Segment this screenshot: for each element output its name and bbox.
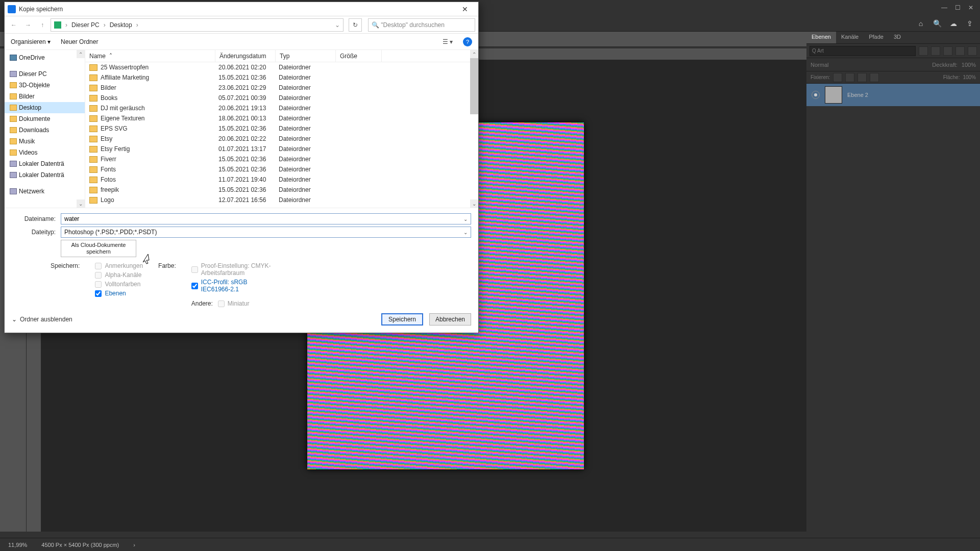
column-date[interactable]: Änderungsdatum — [215, 50, 276, 62]
filter-smart-icon[interactable] — [968, 46, 977, 56]
fill-value[interactable]: 100% — [963, 74, 976, 80]
refresh-button[interactable]: ↻ — [349, 18, 362, 32]
dialog-close-button[interactable]: ✕ — [455, 3, 475, 16]
save-to-cloud-button[interactable]: Als Cloud-Dokumente speichern — [61, 240, 136, 257]
share-icon[interactable]: ⇪ — [965, 18, 975, 29]
sidebar-videos[interactable]: Videos — [5, 147, 85, 158]
column-size[interactable]: Größe — [336, 50, 382, 62]
blend-mode-select[interactable]: Normal — [811, 62, 828, 68]
sidebar-documents[interactable]: Dokumente — [5, 113, 85, 124]
file-list[interactable]: 25 Wassertropfen20.06.2021 02:20Dateiord… — [85, 62, 478, 208]
filetype-select[interactable]: Photoshop (*.PSD;*.PDD;*.PSDT) ⌄ — [61, 227, 471, 238]
scroll-down-button[interactable]: ⌄ — [470, 199, 478, 208]
cloud-icon[interactable]: ☁ — [948, 18, 959, 29]
chevron-right-icon[interactable]: › — [136, 21, 138, 29]
filter-adjust-icon[interactable] — [931, 46, 940, 56]
sidebar-network[interactable]: Netzwerk — [5, 186, 85, 197]
table-row[interactable]: Books05.07.2021 00:39Dateiordner — [85, 93, 478, 103]
column-type[interactable]: Typ — [276, 50, 336, 62]
opacity-value[interactable]: 100% — [962, 62, 976, 68]
save-options: Speichern: Anmerkungen Alpha-Kanäle Voll… — [5, 259, 478, 308]
table-row[interactable]: Affiliate Marketing15.05.2021 02:36Datei… — [85, 72, 478, 83]
lock-artboard-icon[interactable] — [857, 73, 867, 82]
status-more-icon[interactable]: › — [133, 542, 135, 548]
lock-pixels-icon[interactable] — [833, 73, 842, 82]
layer-thumbnail[interactable] — [825, 86, 842, 104]
sidebar-desktop[interactable]: Desktop — [5, 102, 85, 113]
table-row[interactable]: Fotos11.07.2021 19:40Dateiordner — [85, 174, 478, 185]
chk-icc[interactable]: ICC-Profil: sRGB IEC61966-2.1 — [191, 279, 273, 293]
table-row[interactable]: EPS SVG15.05.2021 02:36Dateiordner — [85, 123, 478, 134]
layer-row[interactable]: Ebene 2 — [806, 84, 980, 106]
table-row[interactable]: freepik15.05.2021 02:36Dateiordner — [85, 185, 478, 195]
filename-input-wrap[interactable]: ⌄ — [61, 213, 471, 224]
table-row[interactable]: Fiverr15.05.2021 02:36Dateiordner — [85, 154, 478, 164]
sidebar-music[interactable]: Musik — [5, 136, 85, 147]
table-row[interactable]: Etsy20.06.2021 02:22Dateiordner — [85, 134, 478, 144]
table-row[interactable]: Eigene Texturen18.06.2021 00:13Dateiordn… — [85, 113, 478, 123]
status-zoom[interactable]: 11,99% — [8, 542, 27, 548]
lock-position-icon[interactable] — [845, 73, 854, 82]
sort-up-icon: ˄ — [109, 53, 112, 60]
chevron-down-icon[interactable]: ⌄ — [463, 230, 468, 235]
sidebar-downloads[interactable]: Downloads — [5, 124, 85, 136]
dialog-actions: ⌄Ordner ausblenden Speichern Abbrechen — [5, 308, 478, 333]
save-button[interactable]: Speichern — [381, 313, 423, 325]
chk-layers[interactable]: Ebenen — [95, 290, 143, 297]
breadcrumb-this-pc[interactable]: Dieser PC — [71, 21, 100, 29]
layer-search-input[interactable] — [810, 46, 916, 56]
chevron-down-icon[interactable]: ⌄ — [463, 216, 468, 222]
table-row[interactable]: Logo12.07.2021 16:56Dateiordner — [85, 195, 478, 205]
maximize-button[interactable]: ☐ — [951, 2, 964, 13]
table-row[interactable]: Etsy Fertig01.07.2021 13:17Dateiordner — [85, 144, 478, 154]
cancel-button[interactable]: Abbrechen — [429, 313, 471, 325]
nav-tree[interactable]: ⌃ OneDrive Dieser PC 3D-Objekte Bilder D… — [5, 50, 85, 208]
tab-3d[interactable]: 3D — [889, 32, 906, 43]
home-icon[interactable]: ⌂ — [916, 18, 926, 29]
address-bar[interactable]: › Dieser PC › Desktop › ⌄ — [51, 18, 344, 32]
column-name[interactable]: Name ˄ — [85, 50, 215, 62]
help-button[interactable]: ? — [463, 37, 472, 46]
table-row[interactable]: DJ mit geräusch20.06.2021 19:13Dateiordn… — [85, 103, 478, 113]
file-header[interactable]: Name ˄ Änderungsdatum Typ Größe — [85, 50, 478, 62]
table-row[interactable]: Fonts15.05.2021 02:36Dateiordner — [85, 164, 478, 174]
sidebar-onedrive[interactable]: OneDrive — [5, 52, 85, 63]
visibility-icon[interactable] — [812, 91, 820, 99]
organize-menu[interactable]: Organisieren ▾ — [11, 38, 51, 45]
lock-all-icon[interactable] — [870, 73, 879, 82]
sidebar-local-disk-1[interactable]: Lokaler Datenträ — [5, 158, 85, 169]
sidebar-3d-objects[interactable]: 3D-Objekte — [5, 80, 85, 91]
up-button[interactable]: ↑ — [36, 19, 48, 31]
chevron-down-icon[interactable]: ⌄ — [335, 21, 340, 29]
search-icon[interactable]: 🔍 — [932, 18, 942, 29]
filter-image-icon[interactable] — [919, 46, 928, 56]
chk-miniatur: Miniatur — [218, 300, 250, 307]
table-row[interactable]: 25 Wassertropfen20.06.2021 02:20Dateiord… — [85, 62, 478, 72]
filename-input[interactable] — [64, 215, 463, 222]
sidebar-this-pc[interactable]: Dieser PC — [5, 68, 85, 80]
tab-layers[interactable]: Ebenen — [806, 32, 836, 43]
breadcrumb-desktop[interactable]: Desktop — [110, 21, 132, 29]
close-button[interactable]: ✕ — [965, 2, 977, 13]
view-mode-button[interactable]: ☰▾ — [443, 38, 453, 45]
scroll-down-button[interactable]: ⌄ — [77, 199, 85, 208]
back-button[interactable]: ← — [8, 19, 20, 31]
scroll-up-button[interactable]: ⌃ — [470, 50, 478, 58]
minimize-button[interactable]: — — [938, 2, 950, 13]
tab-paths[interactable]: Pfade — [864, 32, 889, 43]
forward-button[interactable]: → — [22, 19, 34, 31]
chevron-right-icon[interactable]: › — [104, 21, 106, 29]
hide-folders-toggle[interactable]: ⌄Ordner ausblenden — [12, 316, 72, 323]
dialog-toolbar: Organisieren ▾ Neuer Ordner ☰▾ ? — [5, 34, 478, 50]
folder-search-input[interactable]: 🔍 "Desktop" durchsuchen — [368, 18, 475, 32]
sidebar-pictures[interactable]: Bilder — [5, 91, 85, 102]
table-row[interactable]: Bilder23.06.2021 02:29Dateiordner — [85, 83, 478, 93]
filter-type-icon[interactable] — [943, 46, 952, 56]
new-folder-button[interactable]: Neuer Ordner — [61, 38, 98, 45]
filter-shape-icon[interactable] — [955, 46, 965, 56]
sidebar-local-disk-2[interactable]: Lokaler Datenträ — [5, 169, 85, 181]
tab-channels[interactable]: Kanäle — [836, 32, 864, 43]
scrollbar-thumb[interactable] — [470, 58, 478, 114]
layer-name[interactable]: Ebene 2 — [847, 92, 868, 98]
chevron-right-icon[interactable]: › — [65, 21, 67, 29]
